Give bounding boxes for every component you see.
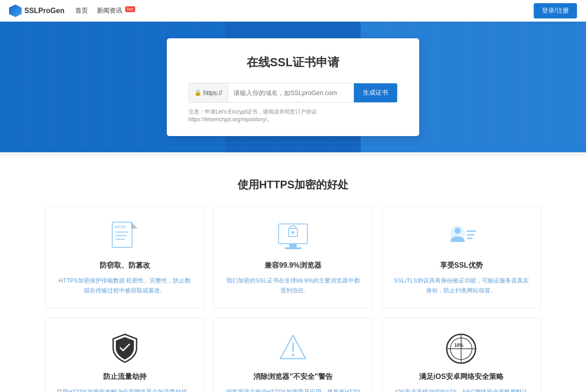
ssl-form-card: 在线SSL证书申请 🔒 https:// 生成证书 注意：申请Let's Enc…	[167, 38, 419, 136]
login-button[interactable]: 登录/注册	[534, 3, 577, 18]
benefits-title: 使用HTTPS加密的好处	[27, 178, 559, 192]
benefit-icon-1: HTTP	[56, 221, 193, 254]
benefit-title-3: 享受SSL优势	[393, 261, 530, 270]
benefit-desc-4: 启用HTTPS加密有效解决任意网络节点的流量劫持、中间人攻击等安全威胁。	[56, 387, 193, 392]
svg-marker-1	[131, 222, 137, 228]
divider-1	[0, 152, 586, 156]
hero-title: 在线SSL证书申请	[188, 55, 398, 70]
benefit-desc-5: 浏览器强力推动HTTPS加密普及应用，将所有HTTP页面标记'不安全'	[224, 387, 361, 392]
benefit-icon-4	[56, 333, 193, 365]
benefit-card-3: 享受SSL优势 SSL/TLS协议具有身份验证功能，可验证服务器真实身份，防止钓…	[382, 206, 541, 309]
nav-news[interactable]: 新闻资讯 hot	[97, 7, 135, 15]
benefits-section: 使用HTTPS加密的好处 HTTP 防窃取、防篡改 HTTPS加密保护传输数据 …	[0, 156, 586, 392]
svg-point-10	[292, 231, 294, 234]
benefit-title-5: 消除浏览器"不安全"警告	[224, 372, 361, 382]
benefit-card-4: 防止流量劫持 启用HTTPS加密有效解决任意网络节点的流量劫持、中间人攻击等安全…	[45, 318, 204, 392]
benefit-icon-3	[393, 221, 530, 254]
domain-input-row: 🔒 https:// 生成证书	[188, 83, 398, 103]
benefit-title-2: 兼容99.9%浏览器	[224, 261, 361, 270]
navbar: SSLProGen 首页 新闻资讯 hot 登录/注册	[0, 0, 586, 22]
svg-point-12	[454, 228, 461, 234]
benefit-card-2: 兼容99.9%浏览器 我们加密的SSL证书在全球99.9%的主要浏览器中都受到信…	[213, 206, 372, 309]
logo[interactable]: SSLProGen	[9, 5, 64, 17]
logo-icon	[9, 5, 22, 17]
svg-rect-8	[285, 247, 301, 249]
benefit-card-1: HTTP 防窃取、防篡改 HTTPS加密保护传输数据 机密性、完整性，防止数据在…	[45, 206, 204, 309]
generate-cert-button[interactable]: 生成证书	[354, 83, 397, 102]
benefit-desc-6: iOS安卓等移动端的ATS、NSC网络安全策略都默认要求APP使用HTTPS协议…	[393, 387, 530, 392]
svg-text:HTTP: HTTP	[115, 225, 126, 229]
benefit-icon-6: 10%	[393, 333, 530, 365]
benefit-icon-5	[224, 333, 361, 365]
domain-input[interactable]	[228, 83, 354, 102]
benefit-desc-3: SSL/TLS协议具有身份验证功能，可验证服务器真实身份，防止钓鱼网站假冒。	[393, 276, 530, 296]
benefit-card-6: 10% 满足iOS安卓网络安全策略 iOS安卓等移动端的ATS、NSC网络安全策…	[382, 318, 541, 392]
navbar-left: SSLProGen 首页 新闻资讯 hot	[9, 5, 135, 17]
hot-badge: hot	[125, 6, 135, 12]
benefits-grid: HTTP 防窃取、防篡改 HTTPS加密保护传输数据 机密性、完整性，防止数据在…	[45, 206, 541, 392]
benefit-desc-1: HTTPS加密保护传输数据 机密性、完整性，防止数据在传输过程中被窃取或篡改。	[56, 276, 193, 296]
benefit-card-5: 消除浏览器"不安全"警告 浏览器强力推动HTTPS加密普及应用，将所有HTTP页…	[213, 318, 372, 392]
hero-section: 在线SSL证书申请 🔒 https:// 生成证书 注意：申请Let's Enc…	[0, 22, 586, 152]
svg-rect-7	[289, 244, 297, 247]
benefit-title-6: 满足iOS安卓网络安全策略	[393, 372, 530, 382]
svg-text:10%: 10%	[454, 343, 463, 348]
nav-home[interactable]: 首页	[75, 7, 88, 15]
benefit-icon-2	[224, 221, 361, 254]
https-prefix: 🔒 https://	[189, 83, 228, 102]
svg-point-18	[292, 354, 294, 356]
benefit-title-4: 防止流量劫持	[56, 372, 193, 382]
notice-text: 注意：申请Let's Encrypt证书，请阅读并同意订户协议 https://…	[188, 108, 398, 123]
lock-icon: 🔒	[194, 89, 201, 96]
nav-links: 首页 新闻资讯 hot	[75, 7, 135, 15]
benefit-title-1: 防窃取、防篡改	[56, 261, 193, 270]
logo-text: SSLProGen	[24, 7, 64, 15]
benefit-desc-2: 我们加密的SSL证书在全球99.9%的主要浏览器中都受到信任.	[224, 276, 361, 296]
